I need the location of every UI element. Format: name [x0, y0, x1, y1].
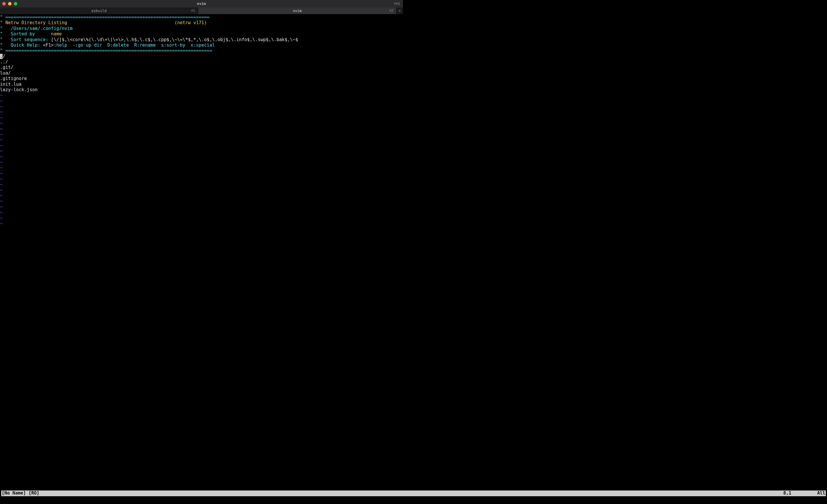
tab-shortcut: ⌘2 — [389, 9, 393, 13]
netrw-file[interactable]: init.lua — [0, 82, 403, 87]
close-window-button[interactable] — [2, 2, 6, 5]
netrw-file[interactable]: .git/ — [0, 65, 403, 70]
empty-line-tilde: ~ — [0, 120, 403, 126]
editor[interactable]: " ======================================… — [0, 14, 403, 226]
titlebar: nvim ⌥⌘1 — [0, 0, 403, 7]
empty-line-tilde: ~ — [0, 137, 403, 143]
empty-line-tilde: ~ — [0, 148, 403, 154]
tab-title: esbuild — [0, 9, 198, 13]
empty-line-tilde: ~ — [0, 171, 403, 177]
empty-line-tilde: ~ — [0, 204, 403, 210]
netrw-path-line: " /Users/sam/.config/nvim — [0, 26, 403, 31]
titlebar-shortcut: ⌥⌘1 — [394, 2, 400, 6]
empty-line-tilde: ~ — [0, 221, 403, 226]
netrw-file[interactable]: .gitignore — [0, 76, 403, 82]
minimize-window-button[interactable] — [8, 2, 11, 5]
empty-lines: ~~~~~~~~~~~~~~~~~~~~~~~~ — [0, 93, 403, 226]
empty-line-tilde: ~ — [0, 109, 403, 115]
empty-line-tilde: ~ — [0, 143, 403, 148]
netrw-separator: " ======================================… — [0, 15, 403, 20]
tab-esbuild[interactable]: esbuild ⌘1 — [0, 7, 198, 14]
empty-line-tilde: ~ — [0, 210, 403, 215]
netrw-file[interactable]: lua/ — [0, 70, 403, 76]
tab-nvim[interactable]: nvim ⌘2 — [198, 7, 396, 14]
empty-line-tilde: ~ — [0, 115, 403, 120]
empty-line-tilde: ~ — [0, 215, 403, 221]
empty-line-tilde: ~ — [0, 193, 403, 199]
empty-line-tilde: ~ — [0, 160, 403, 165]
netrw-title-line: " Netrw Directory Listing (netrw v171) — [0, 20, 403, 26]
empty-line-tilde: ~ — [0, 177, 403, 182]
window-title: nvim — [197, 1, 206, 6]
cursor: . — [0, 54, 3, 59]
empty-line-tilde: ~ — [0, 154, 403, 159]
empty-line-tilde: ~ — [0, 93, 403, 98]
empty-line-tilde: ~ — [0, 126, 403, 132]
empty-line-tilde: ~ — [0, 188, 403, 193]
netrw-sorted-by-line: " Sorted by name — [0, 31, 403, 37]
netrw-quick-help-line: " Quick Help: <F1>:help -:go up dir D:de… — [0, 43, 403, 48]
traffic-lights — [2, 2, 17, 5]
tab-title: nvim — [198, 9, 396, 13]
netrw-file[interactable]: lazy-lock.json — [0, 87, 403, 93]
empty-line-tilde: ~ — [0, 182, 403, 187]
netrw-separator: " ======================================… — [0, 48, 403, 53]
empty-line-tilde: ~ — [0, 104, 403, 109]
tabbar: esbuild ⌘1 nvim ⌘2 + — [0, 7, 403, 14]
netrw-file[interactable]: ../ — [0, 59, 403, 65]
empty-line-tilde: ~ — [0, 98, 403, 104]
netrw-sort-seq-line: " Sort sequence: [\/]$,\<core\%(\.\d\+\)… — [0, 37, 403, 43]
tab-shortcut: ⌘1 — [191, 9, 195, 13]
tab-add-button[interactable]: + — [396, 7, 403, 14]
empty-line-tilde: ~ — [0, 165, 403, 170]
empty-line-tilde: ~ — [0, 132, 403, 137]
netrw-file-current[interactable]: ./ — [0, 54, 403, 59]
empty-line-tilde: ~ — [0, 199, 403, 204]
fullscreen-window-button[interactable] — [14, 2, 17, 5]
